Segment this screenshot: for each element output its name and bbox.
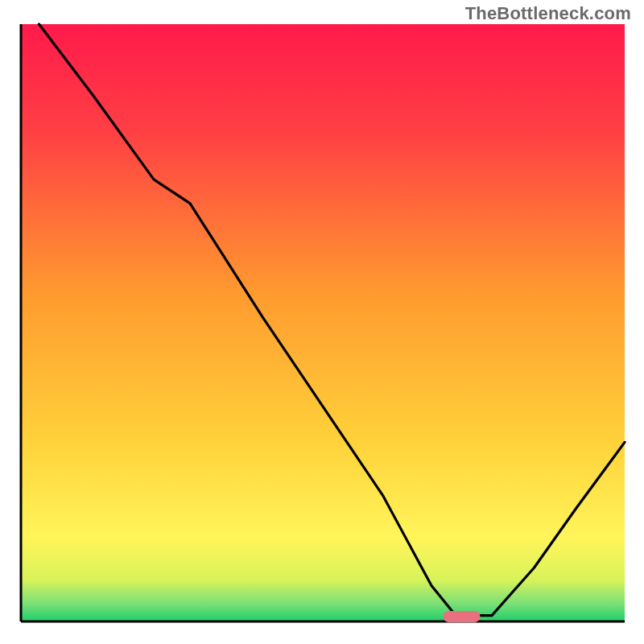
plot-background [21,24,625,621]
chart-stage: TheBottleneck.com [0,0,644,644]
bottleneck-chart-svg [0,0,644,644]
minimum-marker [444,611,481,622]
